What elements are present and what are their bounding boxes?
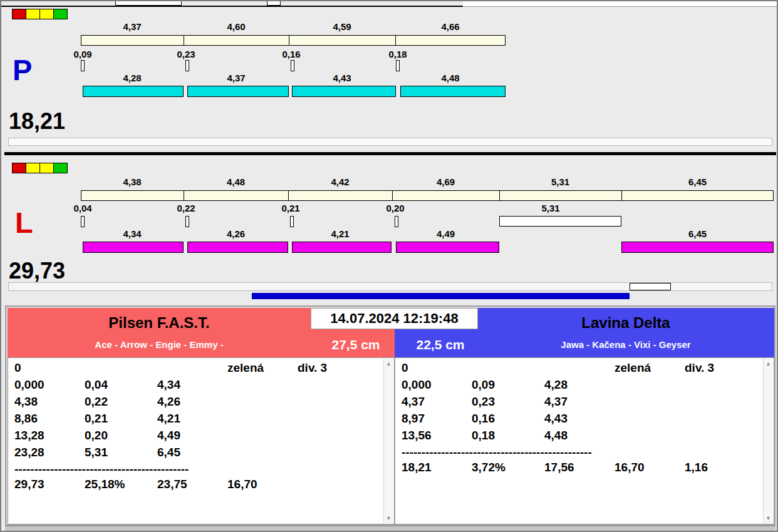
l-change-label: 0,22	[167, 203, 205, 213]
l-top-split-label: 4,69	[392, 176, 499, 187]
l-bottom-split-label: 4,49	[392, 228, 499, 239]
table-cell: zelená	[227, 361, 264, 375]
top-tab-artifact-small	[267, 1, 281, 6]
table-summary-row: 18,21 3,72% 17,56 16,70 1,16	[395, 461, 762, 478]
table-cell: 0,22	[85, 395, 108, 409]
l-bottom-split-label: 4,21	[288, 228, 392, 239]
l-bottom-split-label: 4,34	[81, 228, 184, 239]
l-bottom-split-label: 6,45	[621, 228, 774, 239]
p-split-bar	[400, 86, 506, 97]
l-status-light-red-icon	[12, 163, 26, 173]
p-bottom-split-label: 4,48	[395, 73, 506, 83]
l-tick-mark	[290, 216, 294, 227]
p-empty-track	[8, 138, 772, 146]
small-indicator-box	[630, 283, 671, 290]
table-separator: ----------------------------------------…	[8, 463, 383, 478]
table-cell: 23,28	[14, 446, 44, 459]
table-row: 0 zelená div. 3	[395, 361, 762, 378]
p-top-bar-divider	[184, 35, 184, 46]
table-row: 4,38 0,22 4,26	[8, 395, 383, 412]
table-cell: 25,18%	[85, 478, 125, 491]
l-top-bar	[81, 190, 774, 201]
l-status-light-yellow2-icon	[39, 163, 54, 173]
p-split-bar	[292, 86, 396, 97]
p-status-light-green-icon	[53, 9, 68, 19]
right-results-content: 0 zelená div. 3 0,000 0,09 4,28 4,37 0,2…	[395, 361, 762, 521]
table-cell: 29,73	[14, 478, 44, 491]
left-results-content: 0 zelená div. 3 0,000 0,04 4,34 4,38 0,2…	[8, 361, 383, 521]
p-top-split-label: 4,59	[289, 21, 395, 32]
right-table-scrollbar[interactable]: ▲ ▼	[763, 359, 773, 523]
l-lane-letter: L	[15, 208, 33, 237]
run-progress-bar	[252, 293, 630, 299]
left-team-members: Ace - Arrow - Engie - Emmy -	[8, 339, 311, 350]
table-cell: 0,20	[85, 429, 108, 442]
table-cell: 4,49	[157, 429, 180, 442]
table-row: 0 zelená div. 3	[8, 361, 383, 378]
table-cell: 0	[402, 361, 408, 375]
table-cell: 3,72%	[472, 461, 506, 474]
table-cell: 13,56	[402, 429, 432, 442]
scroll-up-icon[interactable]: ▲	[384, 361, 393, 367]
l-split-bar	[396, 242, 499, 253]
left-table-scrollbar[interactable]: ▲ ▼	[383, 359, 393, 523]
p-tick-mark	[291, 60, 294, 71]
l-split-bar	[292, 242, 392, 253]
p-change-label: 0,18	[379, 49, 417, 59]
p-tick-mark	[81, 60, 85, 71]
l-top-bar-divider	[499, 190, 500, 201]
left-results-table[interactable]: 0 zelená div. 3 0,000 0,04 4,34 4,38 0,2…	[8, 357, 395, 524]
l-tick-mark	[185, 216, 189, 227]
table-cell: 8,97	[402, 412, 425, 426]
table-cell: zelená	[615, 361, 651, 375]
p-change-label: 0,23	[167, 49, 205, 59]
right-team-members: Jawa - Kačena - Vixi - Geyser	[479, 339, 773, 350]
table-cell: div. 3	[298, 361, 327, 375]
table-cell: 4,38	[14, 395, 38, 409]
table-separator: ----------------------------------------…	[395, 446, 762, 461]
l-split-bar	[621, 242, 774, 253]
p-bottom-split-label: 4,28	[81, 73, 184, 83]
table-cell: 0,23	[472, 395, 495, 409]
right-results-table[interactable]: 0 zelená div. 3 0,000 0,09 4,28 4,37 0,2…	[395, 357, 774, 524]
p-lane-letter: P	[13, 55, 32, 84]
table-cell: 0,21	[85, 412, 108, 426]
table-row: 8,97 0,16 4,43	[395, 412, 762, 429]
bottom-strip	[5, 526, 775, 532]
table-cell: 16,70	[615, 461, 645, 474]
table-cell: 0,000	[402, 378, 432, 392]
table-cell: 16,70	[227, 478, 257, 491]
p-bottom-split-label: 4,37	[184, 73, 289, 83]
timing-app-window: 4,37 4,60 4,59 4,66 0,09 0,23 0,16 0,18 …	[0, 0, 778, 532]
table-cell: 1,16	[685, 461, 708, 474]
l-bottom-split-label: 4,26	[184, 228, 288, 239]
table-summary-row: 29,73 25,18% 23,75 16,70	[8, 478, 383, 494]
l-status-light-green-icon	[53, 163, 68, 173]
table-cell: 4,28	[544, 378, 568, 392]
l-split-bar	[187, 242, 288, 253]
table-cell: 13,28	[14, 429, 44, 442]
table-cell: 4,48	[544, 429, 568, 442]
l-tick-mark	[81, 216, 85, 227]
l-top-split-label: 4,48	[184, 176, 288, 187]
p-split-bar	[187, 86, 289, 97]
p-top-split-label: 4,66	[395, 21, 506, 32]
scroll-down-icon[interactable]: ▼	[764, 515, 773, 521]
l-change-label: 0,04	[64, 203, 101, 213]
l-top-split-label: 4,38	[81, 176, 184, 187]
table-cell: 0,18	[472, 429, 495, 442]
table-cell: 4,37	[402, 395, 425, 409]
p-top-bar-divider	[289, 35, 289, 46]
table-row: 0,000 0,04 4,34	[8, 378, 383, 395]
p-status-lights	[12, 9, 67, 22]
datetime-display: 14.07.2024 12:19:48	[311, 308, 478, 329]
scroll-down-icon[interactable]: ▼	[384, 515, 393, 521]
l-status-light-yellow1-icon	[26, 163, 40, 173]
scroll-up-icon[interactable]: ▲	[764, 361, 773, 367]
p-top-bar	[81, 35, 506, 46]
table-cell: 0,04	[85, 378, 108, 392]
table-cell: 6,45	[157, 446, 180, 459]
table-cell: 4,37	[544, 395, 568, 409]
lane-divider	[4, 152, 776, 155]
p-status-light-yellow2-icon	[39, 9, 54, 19]
